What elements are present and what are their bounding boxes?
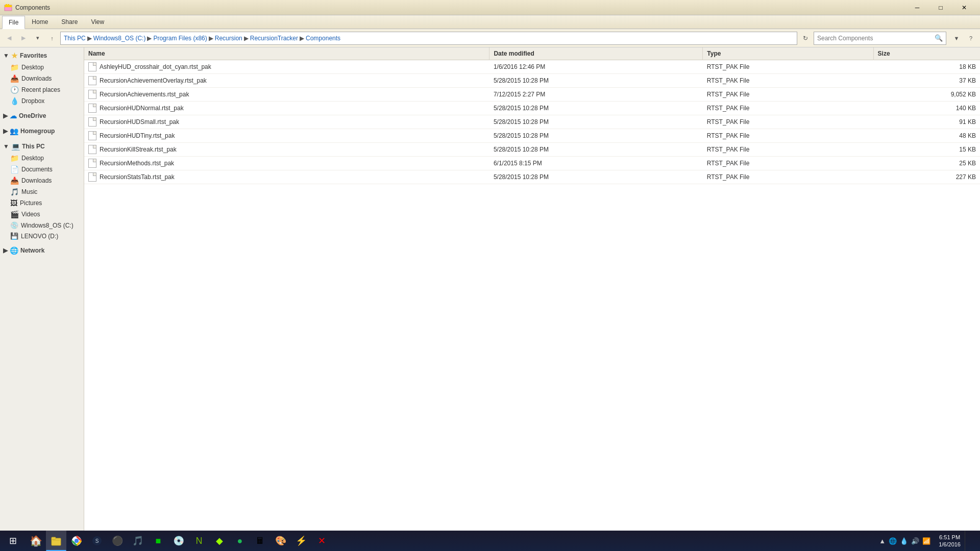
sidebar-section-favorites[interactable]: ▼ ★ Favorites	[0, 49, 84, 62]
table-row[interactable]: RecursionAchievements.rtst_pak 7/12/2015…	[84, 88, 980, 102]
taskbar-app-itunes[interactable]: 🎵	[128, 531, 148, 551]
breadcrumb-recursion-tracker[interactable]: RecursionTracker	[250, 35, 298, 42]
file-icon	[88, 104, 96, 113]
col-header-size[interactable]: Size	[873, 47, 980, 60]
file-size: 37 KB	[873, 74, 980, 88]
onedrive-label: OneDrive	[19, 112, 46, 119]
taskbar-app-explorer[interactable]	[46, 531, 66, 551]
breadcrumb-drive-c[interactable]: Windows8_OS (C:)	[93, 35, 146, 42]
file-name: AshleyHUD_crosshair_dot_cyan.rtst_pak	[100, 63, 211, 70]
sidebar-item-drive-c[interactable]: 💿 Windows8_OS (C:)	[0, 220, 84, 231]
breadcrumb-program-files[interactable]: Program Files (x86)	[153, 35, 207, 42]
tray-volume[interactable]: 🔊	[911, 537, 919, 545]
file-type: RTST_PAK File	[703, 157, 873, 170]
minimize-button[interactable]: ─	[905, 0, 929, 15]
up-button[interactable]: ↑	[46, 32, 58, 44]
maximize-button[interactable]: □	[929, 0, 952, 15]
sidebar-section-onedrive[interactable]: ▶ ☁ OneDrive	[0, 110, 84, 122]
table-row[interactable]: RecursionMethods.rtst_pak 6/1/2015 8:15 …	[84, 157, 980, 170]
close-button[interactable]: ✕	[952, 0, 976, 15]
tray-dropbox[interactable]: 💧	[900, 537, 908, 545]
taskbar-app-14[interactable]: 🎨	[271, 531, 291, 551]
sidebar-section-homegroup[interactable]: ▶ 👥 Homegroup	[0, 125, 84, 137]
table-row[interactable]: RecursionAchievementOverlay.rtst_pak 5/2…	[84, 74, 980, 88]
taskbar-app-15[interactable]: ⚡	[291, 531, 311, 551]
tab-home[interactable]: Home	[25, 15, 55, 29]
sidebar: ▼ ★ Favorites 📁 Desktop 📥 Downloads 🕐 Re…	[0, 47, 84, 533]
address-bar: ◀ ▶ ▾ ↑ This PC ▶ Windows8_OS (C:) ▶ Pro…	[0, 29, 980, 47]
taskbar-app-calculator[interactable]: 🖩	[250, 531, 271, 551]
sidebar-item-desktop2[interactable]: 📁 Desktop	[0, 153, 84, 164]
show-desktop-button[interactable]	[965, 531, 980, 551]
ribbon-tabs: File Home Share View	[0, 15, 980, 29]
table-row[interactable]: RecursionHUDSmall.rtst_pak 5/28/2015 10:…	[84, 115, 980, 129]
taskbar-clock[interactable]: 6:51 PM 1/6/2016	[935, 534, 965, 548]
sidebar-item-documents[interactable]: 📄 Documents	[0, 164, 84, 175]
sidebar-item-dropbox[interactable]: 💧 Dropbox	[0, 95, 84, 107]
file-name-cell: RecursionStatsTab.rtst_pak	[88, 172, 485, 182]
tab-file[interactable]: File	[2, 16, 25, 29]
refresh-button[interactable]: ↻	[799, 32, 812, 44]
table-row[interactable]: AshleyHUD_crosshair_dot_cyan.rtst_pak 1/…	[84, 60, 980, 74]
file-date: 6/1/2015 8:15 PM	[489, 157, 703, 170]
col-header-date[interactable]: Date modified	[489, 47, 703, 60]
taskbar-app-11[interactable]: ◆	[209, 531, 230, 551]
taskbar-app-16[interactable]: ✕	[311, 531, 332, 551]
taskbar-tray: ▲ 🌐 💧 🔊 📶	[875, 537, 935, 545]
back-button[interactable]: ◀	[3, 32, 15, 44]
start-button[interactable]: ⊞	[0, 531, 26, 551]
taskbar-app-spotify[interactable]: ●	[230, 531, 250, 551]
taskbar-app-steam[interactable]: S	[87, 531, 107, 551]
network-label: Network	[20, 247, 44, 254]
sidebar-section-thispc[interactable]: ▼ 💻 This PC	[0, 140, 84, 153]
file-name-cell: RecursionAchievementOverlay.rtst_pak	[88, 76, 485, 85]
file-name: RecursionMethods.rtst_pak	[100, 160, 174, 167]
search-input[interactable]	[817, 35, 935, 42]
table-row[interactable]: RecursionStatsTab.rtst_pak 5/28/2015 10:…	[84, 170, 980, 184]
svg-point-9	[75, 539, 79, 543]
file-date: 5/28/2015 10:28 PM	[489, 115, 703, 129]
tray-arrow[interactable]: ▲	[879, 537, 886, 545]
file-size: 18 KB	[873, 60, 980, 74]
taskbar-app-6[interactable]: ⚫	[107, 531, 128, 551]
sidebar-item-music[interactable]: 🎵 Music	[0, 186, 84, 197]
breadcrumb-recursion[interactable]: Recursion	[215, 35, 242, 42]
taskbar-app-chrome[interactable]	[66, 531, 87, 551]
taskbar-app-home[interactable]: 🏠	[26, 531, 46, 551]
file-name: RecursionKillStreak.rtst_pak	[100, 146, 177, 153]
col-header-name[interactable]: Name	[84, 47, 489, 60]
tab-share[interactable]: Share	[55, 15, 84, 29]
sidebar-item-downloads2[interactable]: 📥 Downloads	[0, 175, 84, 186]
col-header-type[interactable]: Type	[703, 47, 873, 60]
thispc-icon: 💻	[11, 142, 20, 151]
taskbar-app-nvidia[interactable]: N	[189, 531, 209, 551]
tab-view[interactable]: View	[84, 15, 111, 29]
file-table-body: AshleyHUD_crosshair_dot_cyan.rtst_pak 1/…	[84, 60, 980, 184]
title-bar: Components ─ □ ✕	[0, 0, 980, 15]
sidebar-item-videos[interactable]: 🎬 Videos	[0, 209, 84, 220]
table-row[interactable]: RecursionHUDNormal.rtst_pak 5/28/2015 10…	[84, 102, 980, 115]
downloads2-folder-icon: 📥	[10, 177, 19, 185]
downloads2-label: Downloads	[21, 177, 52, 184]
options-button[interactable]: ▼	[950, 32, 963, 44]
sidebar-item-pictures[interactable]: 🖼 Pictures	[0, 197, 84, 209]
help-button[interactable]: ?	[965, 32, 977, 44]
sidebar-item-recent-places[interactable]: 🕐 Recent places	[0, 84, 84, 95]
sidebar-item-desktop[interactable]: 📁 Desktop	[0, 62, 84, 73]
taskbar-app-8[interactable]: ■	[148, 531, 168, 551]
file-size: 91 KB	[873, 115, 980, 129]
breadcrumb-components[interactable]: Components	[306, 35, 340, 42]
forward-button[interactable]: ▶	[17, 32, 30, 44]
table-row[interactable]: RecursionHUDTiny.rtst_pak 5/28/2015 10:2…	[84, 129, 980, 143]
sidebar-item-drive-d[interactable]: 💾 LENOVO (D:)	[0, 231, 84, 241]
tray-signal[interactable]: 📶	[922, 537, 930, 545]
file-size: 140 KB	[873, 102, 980, 115]
sidebar-section-network[interactable]: ▶ 🌐 Network	[0, 244, 84, 257]
table-row[interactable]: RecursionKillStreak.rtst_pak 5/28/2015 1…	[84, 143, 980, 157]
dropdown-recent-button[interactable]: ▾	[32, 32, 44, 44]
sidebar-item-downloads-fav[interactable]: 📥 Downloads	[0, 73, 84, 84]
file-icon	[88, 62, 96, 71]
tray-network[interactable]: 🌐	[889, 537, 897, 545]
taskbar-app-9[interactable]: 💿	[168, 531, 189, 551]
breadcrumb-this-pc[interactable]: This PC	[64, 35, 86, 42]
